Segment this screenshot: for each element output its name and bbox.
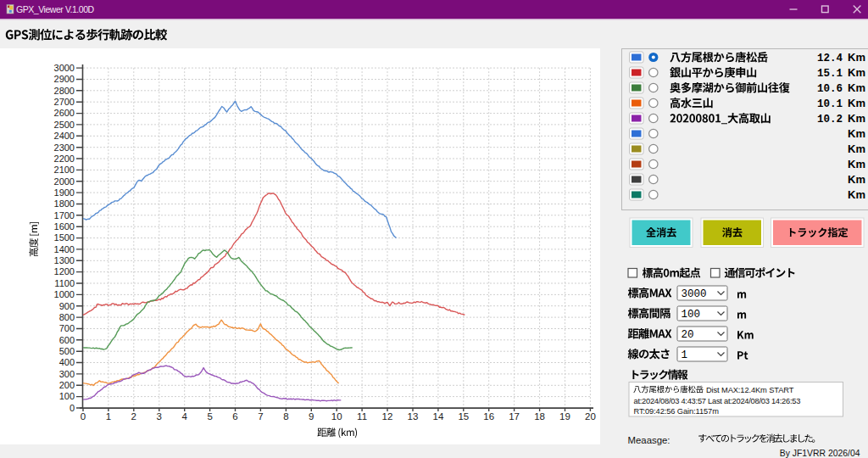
svg-text:1100: 1100 <box>54 278 75 288</box>
svg-text:20: 20 <box>682 329 694 341</box>
svg-text:Km: Km <box>848 112 865 125</box>
svg-text:300: 300 <box>59 369 75 379</box>
svg-text:Km: Km <box>848 127 865 140</box>
svg-text:16: 16 <box>483 411 494 422</box>
svg-text:3000: 3000 <box>682 288 707 300</box>
svg-text:5: 5 <box>207 411 212 422</box>
svg-text:Dist MAX:12.4Km START: Dist MAX:12.4Km START <box>706 386 794 394</box>
svg-text:9: 9 <box>309 411 314 422</box>
svg-text:1300: 1300 <box>54 255 75 265</box>
svg-text:600: 600 <box>59 335 75 345</box>
svg-text:1000: 1000 <box>54 289 75 299</box>
svg-text:Km: Km <box>848 173 865 186</box>
svg-text:19: 19 <box>559 411 570 422</box>
svg-text:200: 200 <box>59 380 75 390</box>
svg-text:Meaasge:: Meaasge: <box>628 435 670 445</box>
svg-text:10.1: 10.1 <box>817 98 843 110</box>
svg-text:2: 2 <box>131 411 136 422</box>
svg-text:13: 13 <box>408 411 419 422</box>
svg-text:800: 800 <box>59 312 75 322</box>
svg-text:20: 20 <box>585 411 596 422</box>
svg-text:100: 100 <box>59 391 75 401</box>
svg-text:2700: 2700 <box>54 97 75 107</box>
svg-text:11: 11 <box>357 411 367 422</box>
svg-text:2300: 2300 <box>54 142 75 153</box>
svg-text:2500: 2500 <box>54 120 75 130</box>
svg-text:2200: 2200 <box>54 154 75 164</box>
svg-text:500: 500 <box>59 346 75 356</box>
svg-text:3000: 3000 <box>54 63 75 73</box>
svg-text:2900: 2900 <box>54 74 75 84</box>
svg-text:14: 14 <box>433 411 444 422</box>
svg-text:1200: 1200 <box>54 266 75 276</box>
svg-text:1800: 1800 <box>54 198 75 209</box>
svg-text:1700: 1700 <box>54 210 75 221</box>
svg-text:By JF1VRR 2026/04: By JF1VRR 2026/04 <box>780 449 860 458</box>
svg-text:400: 400 <box>59 357 75 367</box>
svg-text:2100: 2100 <box>54 165 75 175</box>
svg-text:2400: 2400 <box>54 131 75 141</box>
svg-text:RT:09:42:56 Gain:1157m: RT:09:42:56 Gain:1157m <box>634 407 720 416</box>
svg-text:1: 1 <box>106 411 111 422</box>
svg-text:Km: Km <box>848 81 865 94</box>
svg-text:1500: 1500 <box>54 232 75 243</box>
svg-text:1400: 1400 <box>54 244 75 254</box>
svg-text:Km: Km <box>848 51 865 64</box>
svg-text:2600: 2600 <box>54 108 75 118</box>
svg-text:15.1: 15.1 <box>817 68 843 80</box>
svg-text:100: 100 <box>682 309 701 321</box>
svg-text:1: 1 <box>682 349 688 361</box>
svg-text:10.2: 10.2 <box>817 114 843 126</box>
svg-text:Km: Km <box>848 142 865 155</box>
svg-text:at:2024/08/03 4:43:57 Last at:: at:2024/08/03 4:43:57 Last at:2024/08/03… <box>634 397 801 405</box>
svg-text:7: 7 <box>258 411 263 422</box>
svg-text:17: 17 <box>509 411 520 422</box>
svg-text:10: 10 <box>331 411 342 422</box>
svg-text:15: 15 <box>458 411 469 422</box>
svg-text:GPX_Viewer V.1.00D: GPX_Viewer V.1.00D <box>16 4 95 14</box>
svg-text:1600: 1600 <box>54 221 75 232</box>
svg-text:12: 12 <box>382 411 393 422</box>
svg-text:8: 8 <box>283 411 288 422</box>
svg-text:Km: Km <box>848 66 865 79</box>
svg-text:18: 18 <box>534 411 545 422</box>
svg-text:6: 6 <box>232 411 237 422</box>
svg-text:0: 0 <box>81 411 86 422</box>
svg-text:3: 3 <box>157 411 162 422</box>
svg-text:4: 4 <box>181 411 187 422</box>
svg-text:900: 900 <box>59 301 75 311</box>
svg-text:2000: 2000 <box>54 176 75 187</box>
svg-text:Km: Km <box>848 188 865 201</box>
svg-text:Km: Km <box>848 158 865 170</box>
svg-text:2800: 2800 <box>54 86 75 96</box>
svg-text:10.6: 10.6 <box>817 83 843 95</box>
svg-text:Km: Km <box>848 97 865 109</box>
svg-text:1900: 1900 <box>54 187 75 198</box>
svg-text:12.4: 12.4 <box>817 53 843 64</box>
svg-text:700: 700 <box>59 323 75 333</box>
svg-text:0: 0 <box>70 403 75 413</box>
